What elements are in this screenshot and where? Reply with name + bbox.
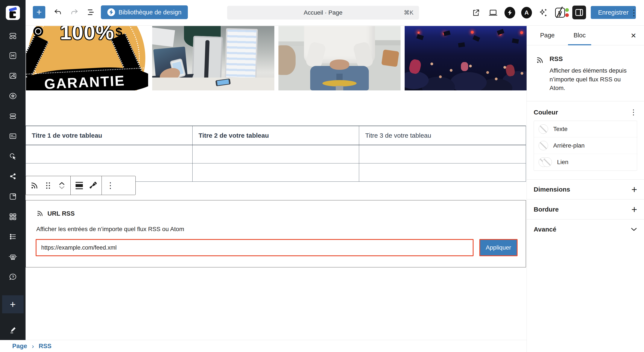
table-cell[interactable]	[26, 145, 192, 163]
block-inserter-button[interactable]: +	[33, 6, 45, 19]
panel-row-dimensions[interactable]: Dimensions +	[527, 179, 644, 199]
paintbrush-icon	[88, 181, 98, 190]
table-block[interactable]: Titre 1 de votre tableau Titre 2 de votr…	[26, 126, 526, 182]
editor-canvas: $ 100% GARANTIE	[26, 26, 526, 340]
color-row-link[interactable]: Lien	[534, 154, 637, 171]
rss-icon	[536, 56, 544, 64]
color-row-label: Lien	[557, 159, 568, 166]
gallery-image-office-desk[interactable]	[152, 26, 274, 90]
ellipsis-vertical-icon: ⋮	[630, 10, 638, 15]
rss-block[interactable]: URL RSS Afficher les entrées de n’import…	[26, 200, 526, 267]
rows-icon	[9, 112, 17, 120]
design-library-button[interactable]: Bibliothèque de design	[101, 5, 188, 19]
color-settings-box: Texte Arrière-plan Lien	[534, 121, 637, 171]
list-view-button[interactable]	[85, 6, 98, 19]
color-row-label: Arrière-plan	[553, 142, 584, 149]
laptop-icon	[488, 8, 498, 17]
settings-sidebar-toggle[interactable]	[572, 6, 586, 19]
spectra-icon	[504, 7, 515, 19]
graduation-accent-rose	[461, 62, 468, 71]
ai-assistant-button[interactable]	[538, 7, 549, 18]
sidebar-item-carousel[interactable]	[0, 247, 26, 267]
styles-button[interactable]	[86, 176, 100, 195]
block-mover[interactable]	[55, 176, 69, 195]
preview-device-button[interactable]	[488, 7, 498, 18]
sidebar-item-layout-template[interactable]	[0, 26, 26, 46]
save-label: Enregistrer	[598, 9, 628, 16]
rss-url-input[interactable]	[36, 240, 473, 255]
rss-icon	[30, 181, 39, 190]
panel-row-avance[interactable]: Avancé	[527, 219, 644, 239]
block-options-button[interactable]: ⋮	[104, 176, 117, 195]
gallery-image-seated-man[interactable]	[278, 26, 400, 90]
spectra-app-button[interactable]	[504, 7, 515, 18]
template-sidebar: ? +	[0, 26, 26, 340]
sidebar-add-template-button[interactable]: +	[2, 295, 24, 313]
undo-icon	[54, 8, 62, 17]
sidebar-item-image[interactable]	[0, 66, 26, 86]
add-dimension-icon: +	[631, 184, 637, 195]
astra-app-button[interactable]: A	[521, 7, 532, 18]
sidebar-panel-icon	[575, 9, 583, 16]
yoast-seo-button[interactable]: y	[555, 7, 570, 18]
tab-bloc[interactable]: Bloc	[568, 26, 591, 45]
align-button[interactable]	[72, 176, 86, 195]
table-cell[interactable]	[359, 163, 526, 181]
sidebar-item-form-card[interactable]	[0, 126, 26, 146]
tab-page[interactable]: Page	[534, 26, 560, 45]
table-cell[interactable]	[192, 163, 359, 181]
yoast-icon: y	[555, 7, 569, 19]
site-logo[interactable]	[0, 0, 26, 26]
sidebar-item-docs-book[interactable]	[0, 186, 26, 207]
gallery-image-graduation-crowd[interactable]	[405, 26, 526, 90]
add-border-icon: +	[631, 204, 637, 215]
breadcrumb-page[interactable]: Page	[12, 342, 27, 350]
color-row-background[interactable]: Arrière-plan	[534, 137, 637, 154]
sidebar-item-image-gallery[interactable]	[0, 207, 26, 227]
sidebar-item-slider-rows[interactable]	[0, 106, 26, 126]
table-header-cell[interactable]: Titre 2 de votre tableau	[192, 126, 359, 145]
options-menu-button[interactable]: ⋮	[628, 7, 639, 18]
sidebar-edit-button[interactable]	[0, 320, 26, 340]
apply-button[interactable]: Appliquer	[480, 240, 517, 255]
graduation-stage-lights	[418, 32, 420, 34]
breadcrumb-rss[interactable]: RSS	[39, 342, 52, 350]
man-stool-leg	[336, 86, 343, 90]
chevron-down-icon	[631, 227, 637, 231]
man-background-person	[278, 45, 296, 75]
rss-icon	[36, 210, 44, 217]
sidebar-item-help[interactable]: ?	[0, 267, 26, 287]
man-hands	[330, 60, 349, 70]
table-cell[interactable]	[192, 145, 359, 163]
view-site-button[interactable]	[470, 7, 481, 18]
color-options-button[interactable]: ⋮	[630, 110, 637, 115]
table-header-cell[interactable]: Titre 1 de votre tableau	[26, 126, 192, 145]
drag-handle[interactable]	[41, 176, 55, 195]
pencil-icon	[9, 326, 17, 334]
desk-shelf	[152, 27, 175, 47]
editor-topbar: + Bibliothèque de design Accueil · Page	[0, 0, 644, 26]
sidebar-item-heading[interactable]	[0, 46, 26, 66]
command-shortcut: ⌘K	[404, 9, 414, 16]
sidebar-item-icon-star[interactable]	[0, 86, 26, 106]
panel-row-bordure[interactable]: Bordure +	[527, 199, 644, 219]
redo-button[interactable]	[68, 6, 81, 19]
color-row-text[interactable]: Texte	[534, 121, 637, 137]
sidebar-item-share[interactable]	[0, 166, 26, 187]
svg-text:?: ?	[12, 275, 14, 279]
table-header-cell[interactable]: Titre 3 de votre tableau	[359, 126, 526, 145]
ellipsis-vertical-icon: ⋮	[106, 183, 114, 188]
redo-icon	[70, 8, 79, 17]
yoast-green-dot	[565, 8, 569, 12]
close-settings-button[interactable]: ✕	[628, 30, 639, 41]
rss-block-header: URL RSS	[36, 210, 75, 217]
command-center[interactable]: Accueil · Page ⌘K	[227, 6, 419, 20]
sidebar-item-icon-list[interactable]	[0, 227, 26, 247]
undo-button[interactable]	[52, 6, 64, 19]
block-card-title: RSS	[550, 55, 636, 63]
gallery-image-garantie-badge[interactable]: $ 100% GARANTIE	[26, 26, 148, 90]
block-type-button[interactable]	[28, 176, 41, 195]
table-cell[interactable]	[359, 145, 526, 163]
breadcrumb-separator: ›	[32, 342, 34, 350]
sidebar-item-call-to-action[interactable]	[0, 146, 26, 166]
